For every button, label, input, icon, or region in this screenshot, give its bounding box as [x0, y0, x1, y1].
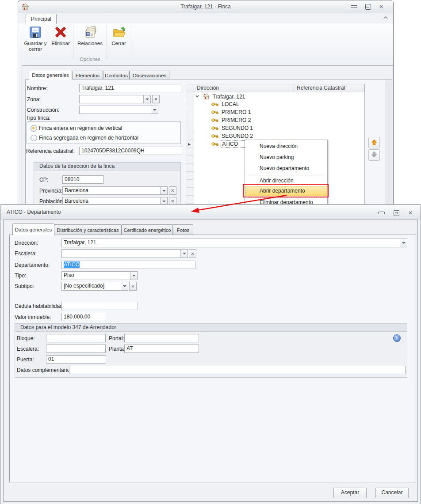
- tab-elementos[interactable]: Elementos: [72, 71, 103, 80]
- save-close-button[interactable]: Guardar y cerrar: [23, 25, 47, 60]
- menu-item-nueva-direccion[interactable]: Nueva dirección: [245, 141, 327, 152]
- selected-text: ATICO: [64, 261, 80, 268]
- provincia-label: Provincia:: [39, 188, 63, 194]
- tipo-combo[interactable]: Piso: [61, 271, 138, 280]
- construccion-combo[interactable]: [79, 106, 158, 114]
- grid-col-referencia[interactable]: Referencia Catastral: [294, 84, 364, 92]
- tree-node-local[interactable]: LOCAL: [211, 100, 239, 108]
- datos-complementarios-label: Datos complementarios:: [17, 367, 74, 374]
- close-window-button[interactable]: Cerrar: [108, 25, 130, 60]
- maximize-button[interactable]: [363, 3, 373, 10]
- cedula-input[interactable]: [61, 302, 138, 310]
- finca-titlebar[interactable]: Trafalgar, 121 - Finca ✕: [18, 0, 393, 13]
- tree-node-root[interactable]: Trafalgar, 121: [195, 92, 245, 100]
- tree-node-atico[interactable]: ATICO: [211, 140, 248, 148]
- subtipo-combo[interactable]: [No especificado]: [61, 282, 128, 291]
- menu-separator: [249, 175, 324, 175]
- tipo-dropdown-button[interactable]: [130, 272, 137, 280]
- departamento-label: Departamento:: [15, 262, 50, 269]
- menu-item-nuevo-parking[interactable]: Nuevo parking: [245, 152, 327, 163]
- tree-expand-icon[interactable]: [195, 93, 201, 99]
- departamento-input[interactable]: ATICO: [61, 261, 195, 269]
- subtipo-dropdown-button[interactable]: [121, 282, 128, 290]
- zona-combo[interactable]: [79, 95, 151, 103]
- cancelar-button[interactable]: Cancelar: [375, 488, 409, 498]
- chevron-down-icon: [132, 275, 136, 277]
- direccion-combo[interactable]: Trafalgar, 121: [61, 239, 407, 247]
- chevron-down-icon: [123, 285, 126, 287]
- key-icon: [211, 117, 218, 123]
- provincia-clear-button[interactable]: ✕: [169, 186, 176, 195]
- key-icon: [211, 109, 218, 115]
- delete-button[interactable]: Eliminar: [49, 25, 72, 60]
- arrow-down-icon: [371, 151, 378, 159]
- tab-dep-datos-generales[interactable]: Datos generales: [12, 224, 54, 235]
- construccion-dropdown-button[interactable]: [151, 106, 158, 114]
- escalera-combo[interactable]: [61, 249, 188, 258]
- tree-node-primero-1[interactable]: PRIMERO 1: [211, 108, 251, 116]
- zona-dropdown-button[interactable]: [143, 95, 150, 103]
- grid-indicator-column: [186, 92, 194, 205]
- referencia-catastral-input[interactable]: 1024705DF3812C0009QH: [79, 147, 182, 155]
- departamento-titlebar[interactable]: ATICO - Departamento ✕: [0, 205, 421, 220]
- direccion-dropdown-button[interactable]: [400, 239, 407, 247]
- datos-complementarios-input[interactable]: [69, 366, 406, 374]
- radio-finca-segregada[interactable]: [31, 135, 37, 141]
- escalera347-input[interactable]: [46, 345, 106, 353]
- tree-node-segundo-1[interactable]: SEGUNDO 1: [211, 124, 253, 132]
- direccion-group-title: Datos de la dirección de la finca: [34, 163, 180, 171]
- tab-distribucion[interactable]: Distribución y características: [54, 224, 122, 235]
- portal-input[interactable]: [124, 334, 199, 342]
- zona-clear-button[interactable]: ✕: [152, 95, 160, 103]
- tree-node-primero-2[interactable]: PRIMERO 2: [211, 116, 251, 124]
- maximize-button[interactable]: [391, 209, 401, 216]
- tab-datos-generales[interactable]: Datos generales: [29, 70, 72, 80]
- tab-certificado[interactable]: Certificado energético: [122, 224, 173, 235]
- bloque-input[interactable]: [46, 334, 106, 342]
- minimize-button[interactable]: [376, 209, 386, 216]
- close-button[interactable]: ✕: [406, 209, 415, 216]
- chevron-down-icon: [145, 99, 149, 100]
- info-icon[interactable]: i: [393, 334, 401, 342]
- key-icon: [211, 133, 218, 139]
- chevron-down-icon: [402, 242, 406, 244]
- relations-button[interactable]: Relaciones: [74, 25, 106, 60]
- cp-input[interactable]: 08010: [62, 175, 103, 184]
- escalera-dropdown-button[interactable]: [180, 250, 188, 258]
- menu-item-nuevo-departamento[interactable]: Nuevo departamento: [245, 163, 327, 174]
- vertical-scrollbar[interactable]: [386, 79, 392, 205]
- ribbon-collapse-button[interactable]: [383, 15, 390, 22]
- subtipo-clear-button[interactable]: ✕: [129, 282, 137, 291]
- annotation-highlight-rect: [243, 184, 329, 197]
- finca-window: Trafalgar, 121 - Finca ✕ Principal Guard…: [18, 0, 394, 205]
- planta-label: Planta:: [109, 346, 125, 352]
- arrow-up-icon: [371, 139, 378, 147]
- chevron-down-icon: [162, 201, 166, 202]
- minimize-button[interactable]: [349, 3, 359, 10]
- move-up-button[interactable]: [368, 137, 380, 148]
- close-button[interactable]: ✕: [376, 3, 386, 10]
- move-down-button[interactable]: [368, 149, 380, 161]
- tree-node-label: ATICO: [221, 140, 248, 148]
- desktop: { "finca_window": { "title": "Trafalgar,…: [0, 0, 421, 504]
- nombre-input[interactable]: Trafalgar, 121: [79, 84, 181, 92]
- tree-node-label: SEGUNDO 1: [222, 125, 253, 131]
- planta-input[interactable]: AT: [124, 345, 199, 353]
- provincia-dropdown-button[interactable]: [160, 187, 167, 194]
- radio-finca-entera-label: Finca entera en régimen de vertical: [39, 125, 122, 132]
- tipo-label: Tipo:: [15, 273, 26, 279]
- radio-finca-entera[interactable]: [31, 125, 37, 132]
- tab-fotos[interactable]: Fotos: [173, 224, 193, 235]
- ribbon-tab-principal[interactable]: Principal: [26, 14, 57, 24]
- tree-node-segundo-2[interactable]: SEGUNDO 2: [211, 132, 253, 140]
- valor-inmueble-input[interactable]: 180.000,00: [61, 313, 106, 321]
- provincia-combo[interactable]: Barcelona: [62, 186, 168, 195]
- aceptar-button[interactable]: Aceptar: [333, 488, 367, 498]
- grid-col-direccion[interactable]: Dirección: [194, 84, 294, 92]
- ribbon-tab-row: [18, 13, 393, 23]
- tree-node-label: LOCAL: [222, 101, 239, 107]
- escalera-clear-button[interactable]: ✕: [189, 249, 196, 258]
- puerta-input[interactable]: 01: [46, 355, 106, 364]
- tab-observaciones[interactable]: Observaciones: [130, 71, 169, 80]
- tab-contactos[interactable]: Contactos: [103, 71, 130, 80]
